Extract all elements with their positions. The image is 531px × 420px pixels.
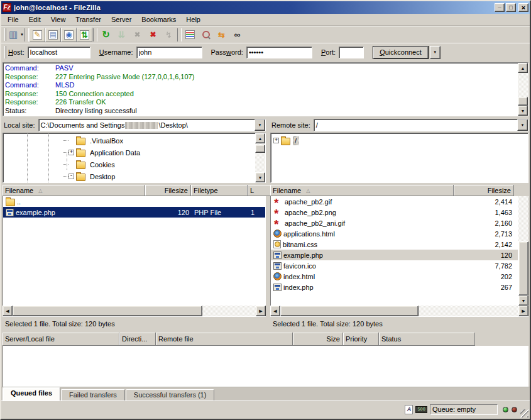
toolbar-button-toggle-message-log[interactable]: ▼ [30,28,45,42]
scrollbar-track[interactable] [280,306,518,316]
file-row-index.html[interactable]: index.html 202 [271,271,518,282]
file-row-apache_pb2.png[interactable]: apache_pb2.png 1,463 [271,207,518,218]
tree-item[interactable]: .VirtualBox [3,135,255,146]
toolbar-button-toggle-remote-tree[interactable]: ▼ [61,28,77,42]
queue-tab[interactable]: Successful transfers (1) [126,389,215,401]
local-list-hscrollbar[interactable]: ◀ ▶ [3,306,266,316]
tree-item[interactable]: + / [271,135,528,146]
toolbar-button-filter[interactable]: ▼ [182,28,198,42]
remote-path-combobox[interactable]: / [314,119,528,131]
quickconnect-dropdown[interactable] [430,46,441,59]
queue-tab[interactable]: Failed transfers [61,389,125,401]
title-bar[interactable]: Fz john@localhost - FileZilla [1,1,530,14]
toolbar-button-site-manager[interactable]: ▼ [8,28,24,42]
menu-item[interactable]: Transfer [70,14,106,25]
remote-list-hscrollbar[interactable]: ◀ ▶ [270,306,528,316]
scrollbar-track[interactable] [518,73,528,106]
scroll-left-icon[interactable]: ◀ [3,306,13,316]
menu-item[interactable]: View [46,14,71,25]
menu-item[interactable]: Server [106,14,136,25]
column-header[interactable]: L [248,185,273,196]
tree-expander-icon[interactable]: + [68,150,74,155]
menu-item[interactable]: Help [181,14,205,25]
field-input[interactable] [136,47,202,58]
field-input[interactable] [339,47,364,58]
scrollbar-thumb[interactable] [518,97,528,106]
scroll-right-icon[interactable]: ▶ [518,306,528,316]
file-row-applications.html[interactable]: applications.html 2,713 [271,228,518,239]
pane-splitter[interactable] [266,118,270,330]
log-scrollbar[interactable]: ▲ ▼ [518,63,528,116]
scrollbar-track[interactable] [13,306,256,316]
field-input[interactable] [246,47,312,58]
file-row-example.php[interactable]: example.php 120 PHP File 1 [3,207,265,218]
tree-expander-icon[interactable]: - [68,174,74,179]
dropdown-arrow-icon[interactable]: ▼ [20,33,24,36]
data-type-ascii-icon[interactable]: A [405,405,413,414]
file-row-..[interactable]: .. [3,196,265,207]
tree-item[interactable]: + Application Data [3,146,255,158]
quickconnect-button[interactable]: Quickconnect [373,46,429,59]
toolbar-button-toggle-transfer-queue[interactable]: ▼ [77,28,92,42]
transfer-queue-list[interactable] [3,346,528,387]
toolbar-button-process-queue[interactable]: ▼ [114,28,129,42]
scrollbar-track[interactable] [255,143,265,172]
column-header[interactable]: Filesize [145,185,191,196]
toolbar-grip[interactable] [4,28,6,41]
file-row-favicon.ico[interactable]: favicon.ico 7,782 [271,260,518,271]
toolbar-button-sync-browsing[interactable]: ▼ [214,28,229,42]
toolbar-button-refresh[interactable]: ▼ [98,28,114,42]
tree-expander-icon[interactable]: + [273,138,279,143]
scroll-right-icon[interactable]: ▶ [256,306,266,316]
scroll-up-icon[interactable]: ▲ [255,133,265,143]
toolbar-button-reconnect[interactable]: ▼ [161,28,177,42]
scrollbar-track[interactable] [518,196,528,296]
tree-item[interactable]: Cookies [3,158,255,170]
scrollbar-thumb[interactable] [518,241,528,296]
scroll-left-icon[interactable]: ◀ [270,306,280,316]
tree-item[interactable]: - Desktop [3,170,255,182]
remote-list-scrollbar[interactable]: ▲ ▼ [518,196,528,306]
resize-grip[interactable] [520,409,528,417]
scroll-down-icon[interactable]: ▼ [255,172,265,182]
dropdown-arrow-icon[interactable] [517,119,528,131]
scroll-down-icon[interactable]: ▼ [518,106,528,116]
dropdown-arrow-icon[interactable] [255,119,265,131]
file-row-example.php[interactable]: example.php 120 [271,250,518,260]
menu-item[interactable]: Bookmarks [136,14,181,25]
local-tree-scrollbar[interactable]: ▲ ▼ [255,133,265,182]
scroll-up-icon[interactable]: ▲ [518,63,528,73]
speed-limits-icon[interactable]: 500 [415,406,427,413]
scrollbar-thumb[interactable] [280,306,419,316]
local-path-combobox[interactable]: C:\Documents and Settings\Desktop\ [38,119,266,131]
close-button[interactable] [518,3,528,12]
file-row-bitnami.css[interactable]: bitnami.css 2,142 [271,239,518,250]
column-header[interactable]: Size [293,333,343,346]
toolbar-button-find[interactable]: ▼ [229,28,245,42]
column-header[interactable]: Status [379,333,475,346]
column-header[interactable]: Directi... [119,333,156,346]
quickconnect-grip[interactable] [4,46,6,58]
file-row-apache_pb2.gif[interactable]: apache_pb2.gif 2,414 [271,196,518,207]
toolbar-button-disconnect[interactable]: ▼ [145,28,161,42]
queue-tab[interactable]: Queued files [3,387,60,401]
menu-item[interactable]: Edit [24,14,46,25]
toolbar-button-toggle-local-tree[interactable]: ▼ [45,28,61,42]
column-header[interactable]: Remote file [156,333,293,346]
minimize-button[interactable] [495,3,505,12]
menu-item[interactable]: File [3,14,24,25]
toolbar-button-compare[interactable]: ▼ [198,28,214,42]
file-row-apache_pb2_ani.gif[interactable]: apache_pb2_ani.gif 2,160 [271,218,518,228]
scrollbar-thumb[interactable] [255,145,265,153]
column-header[interactable]: Filename [3,185,145,196]
toolbar-button-cancel[interactable]: ▼ [129,28,145,42]
field-input[interactable] [28,47,90,58]
column-header[interactable]: Server/Local file [3,333,119,346]
column-header[interactable]: Priority [343,333,379,346]
file-row-index.php[interactable]: index.php 267 [271,282,518,292]
maximize-button[interactable] [506,3,516,12]
scrollbar-thumb[interactable] [13,306,202,316]
column-header[interactable]: Filesize [454,185,514,196]
column-header[interactable]: Filename [270,185,454,196]
column-header[interactable]: Filetype [191,185,248,196]
